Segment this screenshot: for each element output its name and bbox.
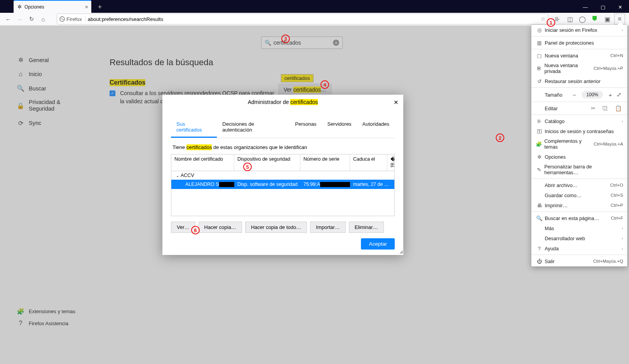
power-icon: ⏻ [535, 258, 543, 264]
column-picker-icon[interactable]: �田 [387, 154, 394, 171]
menu-restore-session[interactable]: ↺Restaurar sesión anterior [531, 76, 627, 86]
menu-signin[interactable]: ◎Iniciar sesión en Firefox› [531, 25, 627, 35]
menu-new-window[interactable]: ▢Nueva ventanaCtrl+N [531, 50, 627, 61]
chevron-right-icon: › [622, 28, 623, 32]
menu-customize[interactable]: ✎Personalizar barra de herramientas… [531, 162, 627, 177]
library-icon: ⊪ [535, 118, 543, 124]
bookmark-star-icon[interactable]: ☆ [540, 16, 545, 23]
header-serial[interactable]: Número de serie [300, 154, 350, 171]
window-icon: ▢ [535, 53, 543, 59]
annotation-2: 2 [496, 133, 504, 142]
zoom-out-button[interactable]: − [570, 92, 578, 98]
tab-auth-decisions[interactable]: Decisiones de autenticación [217, 117, 289, 138]
tab-servers[interactable]: Servidores [322, 117, 357, 138]
annotation-4: 4 [321, 80, 329, 89]
search-icon: 🔍 [535, 215, 543, 221]
menu-print[interactable]: 🖶Imprimir…Ctrl+P [531, 200, 627, 210]
chevron-right-icon: › [622, 119, 623, 123]
question-icon: ? [535, 246, 543, 251]
print-icon: 🖶 [535, 203, 543, 208]
header-expires[interactable]: Caduca el [350, 154, 387, 171]
annotation-6: 6 [191, 226, 200, 234]
restore-icon: ↺ [535, 78, 543, 84]
window-maximize-icon[interactable]: ▢ [594, 1, 612, 13]
accept-button[interactable]: Aceptar [361, 238, 395, 250]
url-bar[interactable]: Firefox about:preferences#searchResults … [57, 14, 548, 24]
menu-find[interactable]: 🔍Buscar en esta página…Ctrl+F [531, 213, 627, 223]
navigation-toolbar: ← → ↻ ⌂ Firefox about:preferences#search… [0, 13, 629, 26]
browser-tab[interactable]: ✲ Opciones × [14, 0, 91, 13]
dialog-close-button[interactable]: ✕ [394, 99, 399, 106]
menu-zoom: Tamaño − 100% + ⤢ [531, 89, 627, 101]
resize-handle-icon[interactable]: ◢ [399, 249, 402, 254]
dialog-title: Administrador de certificados ✕ [162, 95, 403, 109]
menu-save-as[interactable]: Guardar como…Ctrl+S [531, 190, 627, 200]
annotation-5: 5 [243, 163, 252, 171]
delete-button[interactable]: Eliminar… [349, 222, 384, 233]
tab-your-certificates[interactable]: Sus certificados [171, 117, 217, 138]
menu-exit[interactable]: ⏻SalirCtrl+Mayús.+Q [531, 256, 627, 266]
paste-icon[interactable]: 📋 [615, 105, 622, 111]
account-icon: ◎ [535, 27, 543, 33]
menu-options[interactable]: ✲Opciones [531, 152, 627, 162]
certificates-table: Nombre del certificado Dispositivo de se… [171, 154, 395, 216]
copy-icon[interactable]: ⿻ [603, 105, 608, 111]
titlebar: ✲ Opciones × + — ▢ ✕ [0, 0, 629, 13]
zoom-reset-button[interactable]: 100% [582, 91, 603, 99]
menu-webdev[interactable]: Desarrollador web› [531, 233, 627, 243]
sidebar-icon[interactable]: ◫ [565, 14, 575, 24]
shield-icon[interactable]: ⛊ [589, 14, 600, 24]
menu-protections[interactable]: ▥Panel de protecciones [531, 38, 627, 48]
backup-button[interactable]: Hacer copia… [199, 222, 242, 233]
cert-group-accv[interactable]: ⌄ACCV [171, 171, 394, 180]
table-header: Nombre del certificado Dispositivo de se… [171, 154, 394, 171]
home-button[interactable]: ⌂ [37, 14, 49, 24]
menu-addons[interactable]: 🧩Complementos y temasCtrl+Mayús.+A [531, 136, 627, 152]
import-button[interactable]: Importar… [310, 222, 345, 233]
certificate-row[interactable]: ALEJANDRO S Disp. software de seguridad … [171, 180, 394, 189]
menu-new-private[interactable]: ⛨Nueva ventana privadaCtrl+Mayús.+P [531, 61, 627, 76]
dashboard-icon: ▥ [535, 40, 543, 46]
app-menu-panel: ◎Iniciar sesión en Firefox› ▥Panel de pr… [531, 24, 627, 267]
tab-authorities[interactable]: Autoridades [357, 117, 395, 138]
back-button[interactable]: ← [2, 14, 14, 24]
menu-help[interactable]: ?Ayuda› [531, 243, 627, 253]
menu-logins[interactable]: ⚿Inicios de sesión y contraseñas [531, 126, 627, 136]
key-icon: ⚿ [535, 128, 543, 134]
chevron-right-icon: › [622, 236, 623, 241]
forward-button[interactable]: → [14, 14, 26, 24]
cut-icon[interactable]: ✂ [591, 105, 596, 111]
menu-library[interactable]: ⊪Catálogo› [531, 116, 627, 126]
gear-icon: ✲ [17, 4, 22, 10]
window-minimize-icon[interactable]: — [577, 1, 594, 13]
window-close-icon[interactable]: ✕ [612, 1, 629, 13]
chevron-down-icon: ⌄ [176, 173, 179, 178]
tab-close-icon[interactable]: × [85, 4, 88, 10]
backup-all-button[interactable]: Hacer copia de todo… [245, 222, 307, 233]
puzzle-icon: 🧩 [535, 141, 543, 147]
tab-title: Opciones [24, 4, 44, 10]
annotation-1: 1 [547, 18, 555, 27]
url-text: about:preferences#searchResults [88, 16, 163, 22]
reload-button[interactable]: ↻ [26, 14, 37, 24]
zoom-in-button[interactable]: + [606, 92, 615, 98]
tracking-icon[interactable]: ▣ [602, 14, 613, 24]
new-tab-button[interactable]: + [94, 1, 105, 13]
identity-box[interactable]: Firefox [59, 16, 85, 22]
chevron-right-icon: › [622, 226, 623, 231]
menu-more[interactable]: Más› [531, 223, 627, 233]
chevron-right-icon: › [622, 246, 623, 251]
paint-icon: ✎ [535, 167, 543, 173]
dialog-tabs: Sus certificados Decisiones de autentica… [171, 117, 395, 138]
mask-icon: ⛨ [535, 66, 543, 71]
tab-people[interactable]: Personas [290, 117, 322, 138]
fullscreen-button[interactable]: ⤢ [615, 91, 623, 98]
header-name[interactable]: Nombre del certificado [171, 154, 234, 171]
menu-open-file[interactable]: Abrir archivo…Ctrl+O [531, 180, 627, 190]
dialog-description: Tiene certificados de estas organizacion… [172, 144, 393, 150]
account-icon[interactable]: ◯ [577, 14, 588, 24]
gear-icon: ✲ [535, 154, 543, 160]
annotation-3: 3 [281, 35, 290, 43]
menu-edit: Editar ✂⿻📋 [531, 103, 627, 113]
